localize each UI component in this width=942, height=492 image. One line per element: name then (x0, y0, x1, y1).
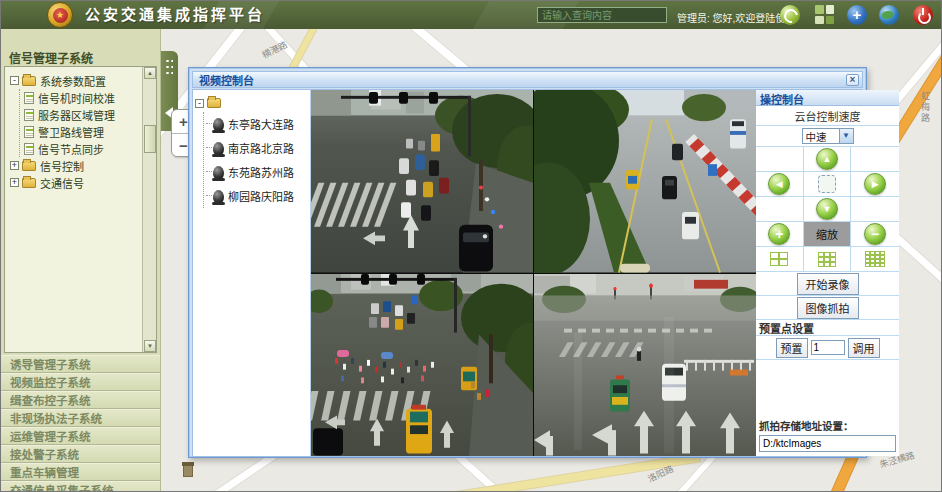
preset-button[interactable]: 预置 (776, 338, 808, 358)
collapse-expander-icon[interactable]: - (10, 76, 19, 85)
camera-item[interactable]: 南京路北京路 (206, 136, 308, 160)
document-icon (24, 92, 34, 104)
video-feed-1[interactable] (311, 90, 533, 273)
sidebar-collapse-handle[interactable] (161, 51, 178, 95)
power-logout-icon[interactable] (913, 5, 933, 25)
preset-number-input[interactable] (811, 340, 845, 355)
folder-icon (22, 76, 36, 86)
pad-cell (851, 197, 899, 222)
camera-tree-panel: - 东亭路大连路 南京路北京路 东苑路苏州路 (193, 90, 311, 456)
sidebar-item-investigation[interactable]: 缉查布控子系统 (1, 391, 160, 409)
tree-leaf[interactable]: 信号机时间校准 (24, 89, 142, 106)
tree-leaf-label: 信号机时间校准 (38, 90, 115, 106)
layout-2x2-icon[interactable] (770, 252, 788, 266)
panel-spacer (756, 360, 899, 416)
folder-icon (22, 161, 36, 171)
refresh-icon[interactable] (780, 5, 800, 25)
tree-node-label: 信号控制 (40, 158, 84, 174)
zoom-in-button[interactable]: + (768, 223, 790, 245)
zoom-out-button[interactable]: − (864, 223, 886, 245)
panel-title[interactable]: 信号管理子系统 (9, 49, 93, 66)
camera-tree-root[interactable]: - (195, 94, 308, 112)
tree-node-collapsed[interactable]: + 信号控制 (10, 157, 142, 174)
camera-item[interactable]: 柳园路庆阳路 (206, 184, 308, 208)
camera-item[interactable]: 东苑路苏州路 (206, 160, 308, 184)
video-feed-2[interactable] (534, 90, 756, 273)
tree-leaf-label: 服务器区域管理 (38, 107, 115, 123)
layout-3x3-icon[interactable] (818, 252, 836, 267)
pad-cell (756, 147, 804, 172)
subsystem-accordion: 诱导管理子系统 视频监控子系统 缉查布控子系统 非现场执法子系统 运维管理子系统… (1, 355, 160, 491)
expand-expander-icon[interactable]: + (10, 178, 19, 187)
tree-node-root[interactable]: - 系统参数配置 (10, 72, 142, 89)
window-titlebar[interactable]: 视频控制台 × (192, 71, 863, 88)
ptz-speed-value: 中速 (803, 129, 839, 144)
search-input[interactable] (537, 7, 667, 23)
tree-node-label: 交通信号 (40, 175, 84, 191)
storage-path-input[interactable] (759, 435, 896, 452)
grid-square (826, 16, 835, 25)
sidebar-item-alarm-dispatch[interactable]: 接处警子系统 (1, 445, 160, 463)
ptz-right-button[interactable]: ▶ (864, 173, 886, 195)
expand-expander-icon[interactable]: + (10, 161, 19, 170)
sidebar-item-video-surveillance[interactable]: 视频监控子系统 (1, 373, 160, 391)
folder-icon (207, 98, 221, 108)
layout-4x4-icon[interactable] (865, 251, 885, 267)
sidebar-item-offsite-enforcement[interactable]: 非现场执法子系统 (1, 409, 160, 427)
ptz-left-button[interactable]: ◀ (768, 173, 790, 195)
sidebar-item-traffic-info[interactable]: 交通信息采集子系统 (1, 481, 160, 492)
ptz-down-button[interactable]: ▼ (816, 198, 838, 220)
image-snapshot-button[interactable]: 图像抓拍 (797, 297, 859, 319)
drag-dots-icon (165, 58, 173, 76)
tree-leaf[interactable]: 信号节点同步 (24, 140, 142, 157)
control-panel-title: 操控制台 (756, 90, 899, 106)
dome-camera-icon (213, 118, 224, 131)
tree-leaf[interactable]: 服务器区域管理 (24, 106, 142, 123)
globe-icon[interactable] (879, 5, 899, 25)
tree-leaf-label: 信号节点同步 (38, 141, 104, 157)
scroll-down-icon[interactable]: ▼ (144, 340, 156, 352)
chevron-down-icon: ▼ (839, 129, 853, 143)
video-feed-3[interactable] (311, 274, 533, 457)
tree-scrollbar[interactable]: ▲ ▼ (142, 67, 156, 352)
video-feed-4[interactable] (534, 274, 756, 457)
sidebar-item-operations[interactable]: 运维管理子系统 (1, 427, 160, 445)
add-icon[interactable]: + (847, 5, 867, 25)
document-icon (24, 143, 34, 155)
layout-grid-icon[interactable] (815, 5, 834, 24)
preset-section-title: 预置点设置 (756, 320, 899, 336)
storage-path-label: 抓拍存储地址设置： (756, 416, 899, 434)
scrollbar-thumb[interactable] (144, 125, 156, 153)
pad-cell (756, 197, 804, 222)
tree-children: 信号机时间校准 服务器区域管理 警卫路线管理 信号节点同步 (19, 89, 142, 157)
grid-square (815, 16, 824, 25)
collapse-expander-icon[interactable]: - (195, 99, 204, 108)
preset-call-button[interactable]: 调用 (848, 338, 880, 358)
ptz-speed-select[interactable]: 中速 ▼ (802, 128, 854, 144)
sidebar-item-key-vehicles[interactable]: 重点车辆管理 (1, 463, 160, 481)
ptz-center-button[interactable] (818, 175, 836, 193)
map-road-label: 横港路 (260, 38, 290, 62)
camera-label: 东苑路苏州路 (228, 164, 294, 180)
top-header-bar: ★ 公安交通集成指挥平台 管理员: 您好,欢迎登陆使用 + (1, 1, 942, 29)
police-badge-logo: ★ (47, 2, 73, 28)
dome-camera-icon (213, 190, 224, 203)
left-sidebar: 信号管理子系统 - 系统参数配置 信号机时间校准 服务器区域管理 (1, 29, 161, 491)
dome-camera-icon (213, 166, 224, 179)
close-icon[interactable]: × (846, 74, 859, 86)
scroll-up-icon[interactable]: ▲ (144, 67, 156, 79)
tree-leaf[interactable]: 警卫路线管理 (24, 123, 142, 140)
window-title: 视频控制台 (193, 72, 254, 88)
sidebar-item-guidance[interactable]: 诱导管理子系统 (1, 355, 160, 373)
tree-leaf-label: 警卫路线管理 (38, 124, 104, 140)
page-title: 公安交通集成指挥平台 (85, 1, 265, 29)
tree-node-collapsed[interactable]: + 交通信号 (10, 174, 142, 191)
grid-square (815, 5, 824, 14)
pad-cell (851, 147, 899, 172)
grid-square (826, 5, 835, 14)
camera-item[interactable]: 东亭路大连路 (206, 112, 308, 136)
start-recording-button[interactable]: 开始录像 (797, 273, 859, 295)
video-console-window: 视频控制台 × - 东亭路大连路 南京路北京路 (188, 67, 867, 458)
user-greeting: 管理员: 您好,欢迎登陆使用 (677, 10, 795, 25)
ptz-up-button[interactable]: ▲ (816, 148, 838, 170)
